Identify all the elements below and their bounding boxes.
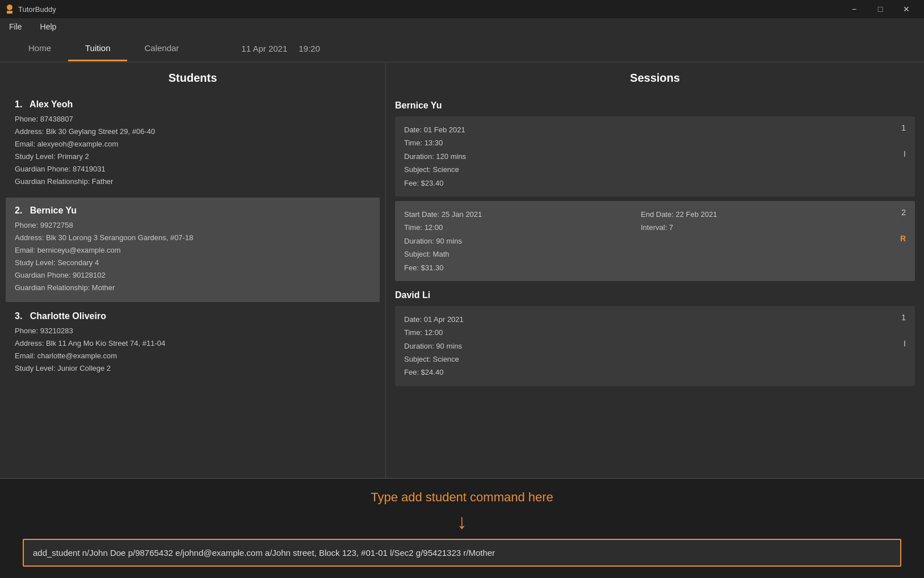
session-right: 1 I — [877, 123, 906, 158]
session-item-david[interactable]: Date: 01 Apr 2021 Time: 12:00 Duration: … — [395, 306, 915, 386]
datetime-display: 11 Apr 2021 19:20 — [241, 44, 320, 53]
session-detail: Date: 01 Feb 2021 Time: 13:30 Duration: … — [404, 123, 466, 190]
student-details: Phone: 87438807 Address: Blk 30 Geylang … — [15, 113, 371, 189]
session-group-david-li: David Li — [395, 290, 915, 300]
session-item[interactable]: Date: 01 Feb 2021 Time: 13:30 Duration: … — [395, 116, 915, 196]
title-bar-left: TutorBuddy — [5, 4, 56, 14]
date-display: 11 Apr 2021 — [241, 44, 287, 53]
session-right-david: 1 I — [877, 313, 906, 348]
session-detail-recurring: Start Date: 25 Jan 2021 Time: 12:00 Dura… — [404, 208, 877, 274]
menu-help[interactable]: Help — [37, 20, 60, 33]
sessions-list[interactable]: Bernice Yu Date: 01 Feb 2021 Time: 13:30… — [386, 91, 924, 478]
student-details: Phone: 99272758 Address: Blk 30 Lorong 3… — [15, 219, 371, 295]
tab-calendar[interactable]: Calendar — [127, 36, 196, 61]
session-number: 1 — [901, 123, 906, 132]
student-name: 2. Bernice Yu — [15, 206, 371, 216]
students-panel: Students 1. Alex Yeoh Phone: 87438807 Ad… — [0, 62, 386, 478]
title-bar: TutorBuddy − □ ✕ — [0, 0, 924, 18]
session-action-david[interactable]: I — [904, 339, 906, 348]
main-content: Students 1. Alex Yeoh Phone: 87438807 Ad… — [0, 62, 924, 478]
session-two-col: Start Date: 25 Jan 2021 Time: 12:00 Dura… — [404, 208, 877, 274]
tab-home[interactable]: Home — [11, 36, 68, 61]
session-col-right: End Date: 22 Feb 2021 Interval: 7 — [641, 208, 877, 274]
svg-rect-1 — [7, 11, 12, 14]
session-col-left: Start Date: 25 Jan 2021 Time: 12:00 Dura… — [404, 208, 641, 274]
svg-point-0 — [7, 5, 12, 10]
sessions-header: Sessions — [386, 62, 924, 91]
students-header: Students — [0, 62, 385, 91]
session-number: 1 — [901, 313, 906, 322]
menu-bar: File Help — [0, 18, 924, 35]
session-item-recurring[interactable]: Start Date: 25 Jan 2021 Time: 12:00 Dura… — [395, 201, 915, 281]
student-item-bernice-yu[interactable]: 2. Bernice Yu Phone: 99272758 Address: B… — [6, 198, 380, 303]
session-right-recurring: 2 R — [877, 208, 906, 243]
student-item-alex-yeoh[interactable]: 1. Alex Yeoh Phone: 87438807 Address: Bl… — [6, 91, 380, 196]
minimize-button[interactable]: − — [841, 0, 867, 18]
maximize-button[interactable]: □ — [867, 0, 893, 18]
session-action[interactable]: I — [904, 149, 906, 158]
close-button[interactable]: ✕ — [893, 0, 919, 18]
app-title: TutorBuddy — [18, 5, 56, 14]
sessions-panel: Sessions Bernice Yu Date: 01 Feb 2021 Ti… — [386, 62, 924, 478]
command-area: Type add student command here ↓ — [0, 478, 924, 578]
app-icon — [5, 4, 15, 14]
title-bar-controls: − □ ✕ — [841, 0, 919, 18]
command-input[interactable] — [24, 540, 900, 566]
student-name: 3. Charlotte Oliveiro — [15, 311, 371, 321]
menu-file[interactable]: File — [6, 20, 26, 33]
session-group-bernice-yu: Bernice Yu — [395, 100, 915, 111]
tab-tuition[interactable]: Tuition — [68, 36, 127, 61]
command-input-wrapper — [23, 539, 901, 567]
students-list[interactable]: 1. Alex Yeoh Phone: 87438807 Address: Bl… — [0, 91, 385, 478]
command-arrow: ↓ — [23, 512, 901, 532]
session-action-recurring[interactable]: R — [900, 234, 906, 243]
session-detail-david: Date: 01 Apr 2021 Time: 12:00 Duration: … — [404, 313, 464, 379]
time-display: 19:20 — [299, 44, 320, 53]
session-number: 2 — [901, 208, 906, 217]
student-name: 1. Alex Yeoh — [15, 99, 371, 110]
student-item-charlotte-oliveiro[interactable]: 3. Charlotte Oliveiro Phone: 93210283 Ad… — [6, 303, 380, 383]
command-hint: Type add student command here — [23, 490, 901, 505]
student-details: Phone: 93210283 Address: Blk 11 Ang Mo K… — [15, 325, 371, 375]
tab-bar: Home Tuition Calendar 11 Apr 2021 19:20 — [0, 35, 924, 62]
